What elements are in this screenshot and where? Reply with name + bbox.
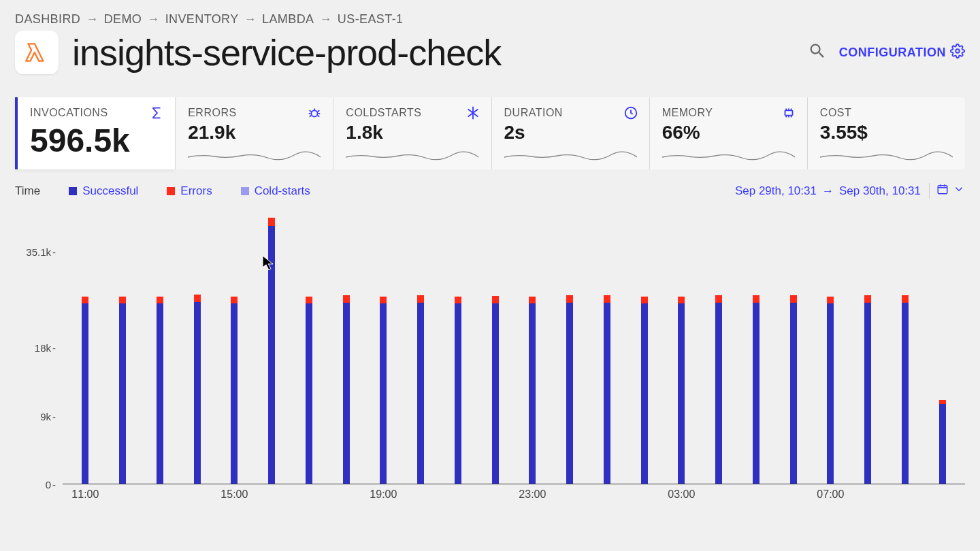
bar-segment-errors — [864, 295, 871, 303]
bar-segment-errors — [604, 295, 610, 303]
bar-slot[interactable] — [774, 211, 812, 484]
bar-segment-successful — [790, 303, 797, 484]
bar-slot[interactable] — [440, 211, 477, 484]
bar-slot[interactable] — [67, 211, 104, 484]
bar-segment-errors — [380, 297, 387, 303]
bar-slot[interactable] — [738, 211, 775, 484]
breadcrumb-item[interactable]: DEMO — [104, 12, 142, 27]
bar — [641, 211, 648, 484]
metric-card-errors[interactable]: ERRORS 21.9k — [175, 97, 333, 169]
bar-slot[interactable] — [663, 211, 700, 484]
bar — [194, 211, 201, 484]
chart-area: 35.1k18k9k0 11:0015:0019:0023:0003:0007:… — [15, 211, 965, 510]
bar-segment-successful — [343, 303, 350, 484]
sparkline — [188, 149, 321, 163]
x-tick — [291, 484, 328, 510]
clock-icon — [623, 105, 638, 120]
x-tick: 11:00 — [67, 484, 104, 510]
legend-item-successful[interactable]: Successful — [69, 184, 138, 198]
calendar-icon — [936, 183, 949, 199]
bar-segment-successful — [566, 303, 573, 484]
bar-slot[interactable] — [589, 211, 626, 484]
bar-slot[interactable] — [887, 211, 924, 484]
bar-segment-successful — [194, 302, 201, 484]
bar-slot[interactable] — [551, 211, 589, 484]
bar-slot[interactable] — [476, 211, 514, 484]
bar — [939, 211, 946, 484]
bar — [268, 211, 275, 484]
bar-segment-errors — [417, 295, 424, 303]
breadcrumb-item[interactable]: DASHBIRD — [15, 12, 80, 27]
bar-segment-errors — [753, 295, 760, 303]
bar-segment-errors — [268, 218, 275, 226]
configuration-label: CONFIGURATION — [839, 46, 946, 60]
x-tick — [551, 484, 589, 510]
legend-item-errors[interactable]: Errors — [167, 184, 212, 198]
bar — [753, 211, 760, 484]
configuration-button[interactable]: CONFIGURATION — [839, 44, 965, 62]
bar — [119, 211, 126, 484]
bar-segment-errors — [343, 295, 350, 303]
legend-label: Cold-starts — [255, 184, 310, 198]
x-tick — [625, 484, 663, 510]
bar-slot[interactable] — [178, 211, 216, 484]
arrow-right-icon: → — [822, 184, 834, 198]
bar-segment-errors — [492, 296, 499, 303]
bar-slot[interactable] — [625, 211, 663, 484]
bar-slot[interactable] — [291, 211, 328, 484]
bug-icon — [307, 105, 322, 120]
x-tick — [887, 484, 924, 510]
x-tick — [104, 484, 142, 510]
bar-slot[interactable] — [514, 211, 551, 484]
bar-slot[interactable] — [216, 211, 253, 484]
breadcrumb-item[interactable]: INVENTORY — [165, 12, 239, 27]
bar-slot[interactable] — [700, 211, 738, 484]
bar-slot[interactable] — [253, 211, 291, 484]
sparkline — [662, 149, 795, 163]
svg-point-0 — [956, 49, 960, 53]
bar-segment-errors — [715, 295, 722, 303]
metric-label: DURATION — [504, 107, 637, 119]
bar-slot[interactable] — [104, 211, 142, 484]
bar-slot[interactable] — [402, 211, 440, 484]
breadcrumb-item[interactable]: US-EAST-1 — [338, 12, 404, 27]
bar-segment-errors — [678, 297, 685, 303]
legend-item-coldstarts[interactable]: Cold-starts — [241, 184, 310, 198]
chevron-right-icon: → — [319, 12, 331, 27]
search-icon[interactable] — [808, 41, 827, 63]
bar-slot[interactable] — [142, 211, 179, 484]
bar-segment-successful — [678, 303, 685, 484]
metric-card-cost[interactable]: COST 3.55$ — [807, 97, 965, 169]
bar-segment-errors — [455, 297, 461, 303]
gear-icon — [950, 44, 965, 62]
bar-segment-successful — [939, 404, 946, 484]
x-tick — [924, 484, 961, 510]
metric-card-coldstarts[interactable]: COLDSTARTS 1.8k — [333, 97, 491, 169]
metric-card-duration[interactable]: DURATION 2s — [491, 97, 649, 169]
bar-segment-errors — [194, 295, 201, 302]
bar — [678, 211, 685, 484]
bar-segment-errors — [902, 295, 909, 303]
metric-card-invocations[interactable]: INVOCATIONS 596.5k — [15, 97, 175, 169]
bar — [529, 211, 536, 484]
date-picker[interactable] — [929, 183, 965, 199]
x-tick — [774, 484, 812, 510]
bar-segment-successful — [455, 303, 461, 484]
page-title: insights-service-prod-check — [72, 31, 501, 73]
bar-slot[interactable] — [812, 211, 849, 484]
bar-segment-successful — [306, 303, 312, 484]
bar-slot[interactable] — [849, 211, 887, 484]
bar-slot[interactable] — [365, 211, 402, 484]
y-tick: 9k — [40, 410, 56, 422]
bar-slot[interactable] — [327, 211, 365, 484]
metric-card-memory[interactable]: MEMORY 66% — [649, 97, 807, 169]
x-tick: 23:00 — [514, 484, 551, 510]
legend-swatch — [167, 187, 175, 195]
bar-segment-successful — [641, 303, 648, 484]
snowflake-icon — [466, 105, 480, 120]
metric-label: COLDSTARTS — [346, 107, 478, 119]
bar-slot[interactable] — [924, 211, 961, 484]
chart-plot[interactable] — [63, 211, 965, 484]
metric-value: 596.5k — [30, 122, 163, 159]
breadcrumb-item[interactable]: LAMBDA — [262, 12, 314, 27]
